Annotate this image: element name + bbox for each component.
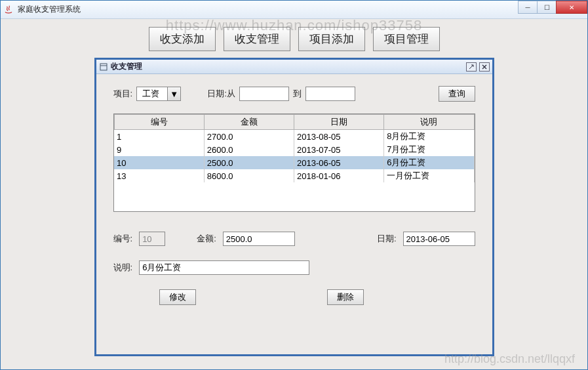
panel-titlebar[interactable]: 收支管理	[96, 60, 492, 74]
maximize-button[interactable]: ☐	[537, 1, 557, 14]
desc-label: 说明:	[113, 262, 133, 274]
app-window: 家庭收支管理系统 ─ ☐ ✕ 收支添加 收支管理 项目添加 项目管理 收支管理	[0, 0, 588, 370]
window-title: 家庭收支管理系统	[18, 4, 585, 15]
panel-restore-button[interactable]	[466, 62, 477, 72]
delete-button[interactable]: 删除	[327, 289, 364, 305]
project-select-value: 工资	[137, 88, 167, 100]
col-desc[interactable]: 说明	[384, 115, 474, 130]
date-from-input[interactable]	[239, 87, 289, 101]
cell-amount: 8600.0	[204, 169, 294, 182]
panel-body: 项目: 工资 ▼ 日期:从 到 查询	[96, 74, 492, 312]
window-controls: ─ ☐ ✕	[519, 1, 587, 14]
date-to-label: 到	[293, 88, 302, 100]
col-date[interactable]: 日期	[294, 115, 384, 130]
modify-button[interactable]: 修改	[159, 289, 196, 305]
date-field[interactable]	[403, 232, 475, 246]
project-label: 项目:	[113, 88, 133, 100]
cell-id: 10	[114, 156, 204, 169]
cell-amount: 2600.0	[204, 143, 294, 156]
cell-desc: 8月份工资	[384, 130, 474, 144]
cell-date: 2013-08-05	[294, 130, 384, 144]
results-table: 编号 金额 日期 说明 12700.02013-08-058月份工资92600.…	[113, 113, 475, 212]
cell-desc: 6月份工资	[384, 156, 474, 169]
date-to-input[interactable]	[305, 87, 355, 101]
table-row[interactable]: 138600.02018-01-06一月份工资	[114, 169, 474, 182]
panel-close-button[interactable]	[479, 62, 490, 72]
manage-project-button[interactable]: 项目管理	[373, 27, 440, 51]
id-field	[139, 232, 165, 246]
close-button[interactable]: ✕	[556, 1, 587, 14]
manage-entry-panel: 收支管理 项目: 工资 ▼ 日期:从 到	[94, 58, 494, 356]
action-row: 修改 删除	[113, 289, 475, 305]
cell-date: 2018-01-06	[294, 169, 384, 182]
cell-desc: 一月份工资	[384, 169, 474, 182]
window-icon	[99, 62, 108, 72]
minimize-button[interactable]: ─	[518, 1, 538, 14]
manage-entry-button[interactable]: 收支管理	[224, 27, 290, 51]
id-label: 编号:	[113, 233, 133, 245]
cell-id: 1	[114, 130, 204, 144]
java-icon	[3, 5, 14, 15]
panel-title: 收支管理	[111, 61, 463, 72]
add-project-button[interactable]: 项目添加	[298, 27, 365, 51]
chevron-down-icon: ▼	[167, 87, 180, 100]
desc-field[interactable]	[139, 260, 309, 275]
query-row: 项目: 工资 ▼ 日期:从 到 查询	[113, 86, 475, 102]
svg-rect-0	[100, 64, 107, 70]
cell-desc: 7月份工资	[384, 143, 474, 156]
cell-amount: 2500.0	[204, 156, 294, 169]
add-entry-button[interactable]: 收支添加	[149, 27, 216, 51]
table-row[interactable]: 102500.02013-06-056月份工资	[114, 156, 474, 169]
table-row[interactable]: 12700.02013-08-058月份工资	[114, 130, 474, 144]
edit-row-1: 编号: 金额: 日期:	[113, 232, 475, 246]
edit-row-2: 说明:	[113, 260, 475, 275]
titlebar[interactable]: 家庭收支管理系统 ─ ☐ ✕	[1, 1, 587, 19]
query-button[interactable]: 查询	[439, 86, 475, 102]
cell-id: 9	[114, 143, 204, 156]
cell-id: 13	[114, 169, 204, 182]
cell-amount: 2700.0	[204, 130, 294, 144]
project-select[interactable]: 工资 ▼	[136, 87, 181, 101]
toolbar: 收支添加 收支管理 项目添加 项目管理	[5, 23, 583, 58]
table-header-row: 编号 金额 日期 说明	[114, 115, 474, 130]
col-amount[interactable]: 金额	[204, 115, 294, 130]
cell-date: 2013-07-05	[294, 143, 384, 156]
table-row[interactable]: 92600.02013-07-057月份工资	[114, 143, 474, 156]
col-id[interactable]: 编号	[114, 115, 204, 130]
amount-label: 金额:	[197, 233, 216, 245]
amount-field[interactable]	[223, 232, 295, 246]
main-area: 收支添加 收支管理 项目添加 项目管理 收支管理 项目:	[1, 19, 587, 369]
cell-date: 2013-06-05	[294, 156, 384, 169]
date-from-label: 日期:从	[207, 88, 235, 100]
date-label: 日期:	[377, 233, 397, 245]
